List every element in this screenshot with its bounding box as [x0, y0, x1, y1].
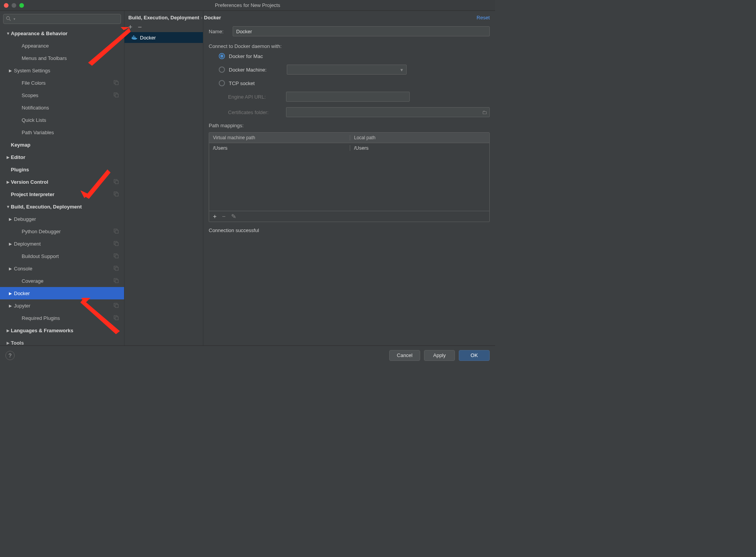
tree-item-deployment[interactable]: ▶Deployment [0, 237, 124, 250]
chevron-down-icon: ▾ [400, 67, 403, 73]
dialog-button-bar: ? Cancel Apply OK [0, 345, 495, 365]
tree-item-label: Notifications [22, 105, 124, 111]
tree-item-label: Editor [11, 154, 124, 160]
per-project-icon [113, 253, 119, 259]
search-input[interactable]: ▾ [3, 14, 121, 24]
tree-item-label: Quick Lists [22, 117, 124, 123]
svg-rect-3 [115, 82, 118, 85]
chevron-right-icon: ▶ [8, 304, 13, 308]
path-mappings-label: Path mappings: [209, 123, 490, 128]
svg-rect-15 [115, 255, 118, 258]
tree-item-required-plugins[interactable]: Required Plugins [0, 312, 124, 324]
radio-label: TCP socket [229, 80, 255, 86]
tree-item-path-variables[interactable]: Path Variables [0, 126, 124, 138]
tree-item-tools[interactable]: ▶Tools [0, 337, 124, 345]
docker-icon [131, 35, 138, 40]
titlebar: Preferences for New Projects [0, 0, 495, 11]
chevron-right-icon: ▶ [8, 267, 13, 271]
tree-item-label: Appearance [22, 43, 124, 49]
svg-rect-27 [133, 36, 135, 37]
table-header-vm-path[interactable]: Virtual machine path [209, 135, 350, 140]
tree-item-label: Build, Execution, Deployment [11, 204, 124, 210]
vm-path-cell: /Users [209, 145, 350, 151]
tree-item-appearance[interactable]: Appearance [0, 39, 124, 52]
tree-item-project-interpreter[interactable]: Project Interpreter [0, 188, 124, 200]
connection-status: Connection successful [209, 227, 490, 233]
docker-servers-column: Build, Execution, Deployment›Docker + − … [124, 11, 203, 345]
radio-docker-machine[interactable]: Docker Machine: ▾ [219, 65, 490, 75]
tree-item-debugger[interactable]: ▶Debugger [0, 213, 124, 225]
name-input[interactable] [233, 26, 490, 36]
path-add-button[interactable]: + [213, 213, 216, 220]
chevron-right-icon: ▶ [5, 155, 11, 159]
tree-item-label: Keymap [11, 142, 124, 148]
tree-item-appearance-behavior[interactable]: ▼Appearance & Behavior [0, 27, 124, 39]
tree-item-plugins[interactable]: Plugins [0, 163, 124, 176]
tree-item-label: Python Debugger [22, 229, 113, 234]
tree-item-build-execution-deployment[interactable]: ▼Build, Execution, Deployment [0, 200, 124, 213]
chevron-right-icon: ▶ [5, 341, 11, 345]
connect-section-label: Connect to Docker daemon with: [209, 43, 490, 49]
chevron-right-icon: ▶ [8, 68, 13, 73]
tree-item-keymap[interactable]: Keymap [0, 138, 124, 151]
tree-item-notifications[interactable]: Notifications [0, 101, 124, 114]
tree-item-editor[interactable]: ▶Editor [0, 151, 124, 163]
per-project-icon [113, 278, 119, 284]
tree-item-label: Path Variables [22, 130, 124, 135]
tree-item-label: Project Interpreter [11, 191, 113, 197]
per-project-icon [113, 302, 119, 309]
chevron-right-icon: ▶ [5, 328, 11, 333]
preferences-tree-sidebar: ▾ ▼Appearance & BehaviorAppearanceMenus … [0, 11, 124, 345]
tree-item-system-settings[interactable]: ▶System Settings [0, 64, 124, 77]
reset-link[interactable]: Reset [477, 15, 490, 21]
chevron-down-icon: ▼ [5, 31, 11, 36]
radio-label: Docker Machine: [229, 67, 279, 73]
chevron-right-icon: ▶ [8, 291, 13, 296]
chevron-down-icon: ▼ [5, 205, 11, 209]
remove-server-button[interactable]: − [138, 24, 142, 30]
list-item-label: Docker [140, 35, 156, 41]
radio-tcp-socket[interactable]: TCP socket [219, 80, 490, 86]
preferences-tree: ▼Appearance & BehaviorAppearanceMenus an… [0, 27, 124, 345]
docker-server-list-item[interactable]: Docker [124, 32, 203, 43]
tree-item-jupyter[interactable]: ▶Jupyter [0, 299, 124, 312]
tree-item-label: Plugins [11, 167, 124, 173]
tree-item-coverage[interactable]: Coverage [0, 275, 124, 287]
tree-item-console[interactable]: ▶Console [0, 262, 124, 275]
ok-button[interactable]: OK [459, 350, 490, 361]
chevron-right-icon: ▶ [5, 180, 11, 184]
path-remove-button[interactable]: − [222, 213, 225, 220]
table-row[interactable]: /Users /Users [209, 143, 489, 153]
radio-icon [219, 80, 225, 86]
name-label: Name: [209, 29, 233, 34]
tree-item-python-debugger[interactable]: Python Debugger [0, 225, 124, 237]
tree-item-label: Languages & Frameworks [11, 328, 124, 333]
tree-item-buildout-support[interactable]: Buildout Support [0, 250, 124, 262]
apply-button[interactable]: Apply [424, 350, 455, 361]
svg-rect-11 [115, 230, 118, 233]
path-edit-button[interactable]: ✎ [231, 213, 236, 220]
folder-icon[interactable]: 🗀 [482, 109, 487, 115]
tree-item-menus-and-toolbars[interactable]: Menus and Toolbars [0, 52, 124, 64]
tree-item-label: Debugger [14, 216, 124, 222]
tree-item-file-colors[interactable]: File Colors [0, 77, 124, 89]
tree-item-docker[interactable]: ▶Docker [0, 287, 124, 299]
per-project-icon [113, 241, 119, 247]
engine-url-input[interactable] [286, 92, 410, 102]
help-button[interactable]: ? [5, 351, 15, 360]
tree-item-scopes[interactable]: Scopes [0, 89, 124, 101]
svg-rect-24 [132, 37, 133, 38]
certs-folder-input[interactable]: 🗀 [286, 107, 490, 117]
tree-item-languages-frameworks[interactable]: ▶Languages & Frameworks [0, 324, 124, 337]
chevron-right-icon: ▶ [8, 217, 13, 221]
tree-item-label: System Settings [14, 68, 124, 73]
search-history-chevron-icon[interactable]: ▾ [14, 17, 15, 21]
table-header-local-path[interactable]: Local path [350, 135, 489, 140]
tree-item-version-control[interactable]: ▶Version Control [0, 176, 124, 188]
tree-item-quick-lists[interactable]: Quick Lists [0, 114, 124, 126]
radio-docker-for-mac[interactable]: Docker for Mac [219, 53, 490, 59]
docker-machine-combo[interactable]: ▾ [287, 65, 407, 75]
cancel-button[interactable]: Cancel [389, 350, 420, 361]
add-server-button[interactable]: + [128, 24, 133, 30]
svg-rect-25 [133, 37, 135, 38]
